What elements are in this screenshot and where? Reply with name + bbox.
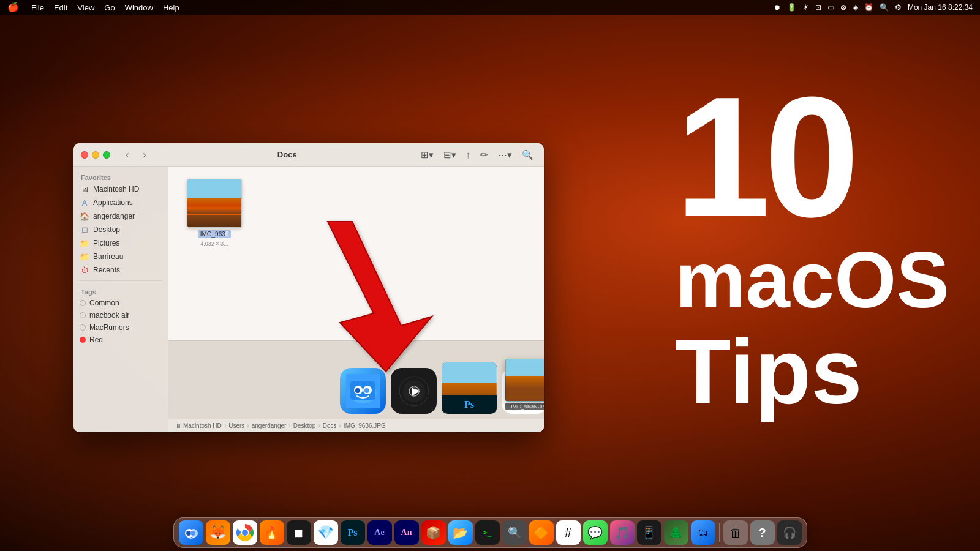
dock-icon-ps[interactable]: Ps (341, 520, 365, 545)
sidebar-item-applications[interactable]: A Applications (74, 196, 168, 209)
menubar-record[interactable]: ⏺ (774, 3, 781, 12)
dock-quicktime-icon[interactable] (391, 368, 437, 414)
dock-icon-adventure[interactable]: 🌲 (664, 520, 688, 545)
dock-icon-iphone[interactable]: 📱 (637, 520, 662, 545)
more-btn[interactable]: ⋯▾ (495, 148, 515, 162)
menu-edit[interactable]: Edit (54, 3, 67, 12)
ae-icon-glyph: Ae (374, 528, 384, 538)
apple-menu[interactable]: 🍎 (7, 2, 19, 13)
dock-icon-slack[interactable]: # (556, 520, 581, 545)
minimize-button[interactable] (92, 151, 99, 159)
forward-button[interactable]: › (137, 148, 152, 162)
music-icon-glyph: 🎵 (614, 525, 630, 540)
menubar-control-center[interactable]: ⚙ (895, 3, 902, 12)
dock-icon-firefox[interactable]: 🦊 (206, 520, 230, 545)
dock-icon-spotlight[interactable]: 🔍 (502, 520, 527, 545)
dock-icon-messages[interactable]: 💬 (583, 520, 608, 545)
file-thumbnail (187, 179, 242, 228)
dock-finder-svg (181, 523, 201, 542)
sidebar-item-macintosh-hd[interactable]: 🖥 Macintosh HD (74, 182, 168, 196)
dock-icon-help[interactable]: ? (750, 520, 775, 545)
menu-help[interactable]: Help (163, 3, 179, 12)
orange-icon-glyph: 🔥 (264, 525, 279, 540)
menubar-battery-indicator: 🔋 (787, 3, 796, 12)
sidebar-item-pictures[interactable]: 📁 Pictures (74, 236, 168, 250)
firefox-icon-glyph: 🦊 (209, 525, 226, 541)
dock-photoshop-icon[interactable]: Ps Adobe Photoshop 2023 (442, 362, 497, 414)
finder-body: Favorites 🖥 Macintosh HD A Applications … (74, 167, 544, 432)
dock-icon-ae[interactable]: Ae (368, 520, 392, 545)
dock-icon-terminal[interactable]: >_ (475, 520, 500, 545)
sidebar-tag-common[interactable]: Common (74, 297, 168, 309)
close-button[interactable] (81, 151, 88, 159)
view-icon-btn[interactable]: ⊞▾ (418, 148, 437, 162)
ps-icon-glyph: Ps (348, 527, 358, 538)
sidebar-item-user[interactable]: 🏠 angerdanger (74, 209, 168, 223)
sidebar-tag-macbook[interactable]: macbook air (74, 309, 168, 321)
finder-toolbar-right: ⊞▾ ⊟▾ ↑ ✏ ⋯▾ 🔍 (418, 148, 537, 162)
menubar-bluetooth[interactable]: ⊗ (840, 3, 846, 12)
dock-icon-music[interactable]: 🎵 (610, 520, 635, 545)
menubar-datetime: Mon Jan 16 8:22:34 (908, 3, 973, 12)
sidebar-item-label: Desktop (93, 225, 120, 234)
finder3-icon-glyph: 🗂 (698, 527, 709, 539)
dock-icon-topnotch[interactable]: ◼ (287, 520, 311, 545)
menubar-wifi[interactable]: ◈ (853, 3, 858, 12)
sidebar-item-desktop[interactable]: ⊡ Desktop (74, 223, 168, 236)
menu-go[interactable]: Go (104, 3, 115, 12)
adventure-icon-glyph: 🌲 (668, 525, 684, 540)
dock-finder-icon[interactable] (340, 368, 386, 414)
quicktime-svg (399, 376, 429, 407)
menubar-clock-icon[interactable]: ⏰ (864, 3, 873, 12)
dock-icon-orange[interactable]: 🔥 (260, 520, 284, 545)
dock-icon-headphones[interactable]: 🎧 (777, 520, 802, 545)
dock-icon-sketch[interactable]: 💎 (314, 520, 338, 545)
applications-icon: A (80, 198, 89, 208)
menu-window[interactable]: Window (125, 3, 153, 12)
dock-icon-finder2[interactable]: 📂 (448, 520, 473, 545)
tag-circle-icon (80, 300, 86, 306)
share-btn[interactable]: ↑ (463, 148, 474, 162)
file-name-label: IMG_9636 (198, 230, 232, 238)
sidebar-tag-red[interactable]: Red (74, 334, 168, 346)
dock-icon-an[interactable]: An (394, 520, 419, 545)
path-users-label: Users (228, 422, 244, 429)
search-btn[interactable]: 🔍 (519, 148, 537, 162)
dock-icon-vlc[interactable]: 🔶 (529, 520, 554, 545)
dock-icon-finder[interactable] (179, 520, 203, 545)
menubar-right: ⏺ 🔋 ☀ ⊡ ▭ ⊗ ◈ ⏰ 🔍 ⚙ Mon Jan 16 8:22:34 (774, 3, 973, 12)
dock-divider (719, 523, 720, 542)
view-list-btn[interactable]: ⊟▾ (440, 148, 459, 162)
chrome-svg (236, 524, 254, 541)
tag-red-label: Red (89, 335, 103, 344)
path-hd: 🖥 Macintosh HD (176, 422, 222, 429)
tags-label: Tags (74, 286, 168, 297)
sidebar-item-barrireau[interactable]: 📁 Barrireau (74, 250, 168, 263)
menubar-screen[interactable]: ⊡ (815, 3, 821, 12)
menu-file[interactable]: File (31, 3, 44, 12)
tags-btn[interactable]: ✏ (477, 148, 491, 162)
finder-nav-buttons: ‹ › (120, 148, 152, 162)
macos-dock: 🦊 🔥 ◼ 💎 Ps (0, 517, 980, 548)
hd-path-icon: 🖥 (176, 423, 181, 429)
finder-main-content[interactable]: IMG_9636 4,032 × 3... (168, 167, 544, 432)
dock-icon-red-app[interactable]: 📦 (421, 520, 446, 545)
back-button[interactable]: ‹ (120, 148, 135, 162)
sidebar-item-label: Applications (93, 198, 133, 207)
dock-icon-chrome[interactable] (233, 520, 257, 545)
path-user-label: angerdanger (252, 422, 287, 429)
file-item-img9636[interactable]: IMG_9636 4,032 × 3... (187, 179, 242, 247)
tag-macbook-label: macbook air (89, 311, 129, 320)
menubar-search-icon[interactable]: 🔍 (880, 3, 889, 12)
svg-point-36 (186, 531, 191, 536)
dock-icon-trash[interactable]: 🗑 (723, 520, 748, 545)
dock-icon-finder3[interactable]: 🗂 (691, 520, 715, 545)
sidebar-divider (80, 280, 162, 281)
menubar-brightness[interactable]: ☀ (802, 3, 809, 12)
sidebar-item-recents[interactable]: ⏱ Recents (74, 263, 168, 277)
maximize-button[interactable] (103, 151, 110, 159)
menu-view[interactable]: View (77, 3, 94, 12)
menubar-display[interactable]: ▭ (827, 3, 834, 12)
sidebar-tag-macrumors[interactable]: MacRumors (74, 321, 168, 334)
sidebar-item-label: Recents (93, 266, 120, 274)
